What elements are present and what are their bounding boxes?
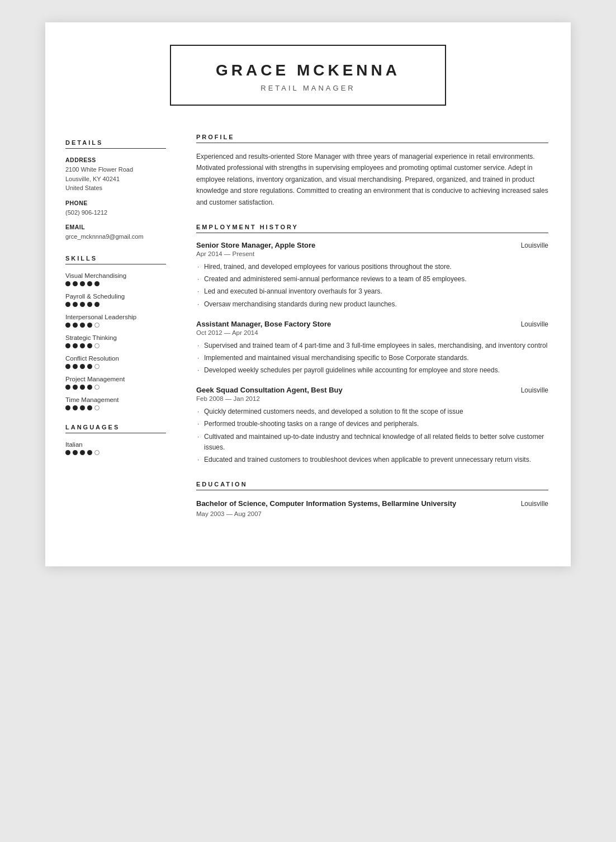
dot-empty: [94, 385, 99, 390]
dot-filled: [87, 450, 92, 455]
skill-item: Interpersonal Leadership: [65, 314, 166, 328]
list-item: Performed trouble-shooting tasks on a ra…: [196, 419, 548, 429]
list-item: Implemented and maintained visual mercha…: [196, 353, 548, 363]
job-item: Senior Store Manager, Apple Store Louisv…: [196, 241, 548, 310]
header-box: GRACE MCKENNA RETAIL MANAGER: [170, 45, 446, 106]
edu-title: Bachelor of Science, Computer Informatio…: [196, 498, 456, 509]
dot-filled: [87, 405, 92, 410]
skill-item: Conflict Resolution: [65, 355, 166, 369]
header-wrapper: GRACE MCKENNA RETAIL MANAGER: [45, 22, 571, 122]
employment-section: EMPLOYMENT HISTORY Senior Store Manager,…: [196, 224, 548, 465]
dot-filled: [65, 405, 70, 410]
job-title: Senior Store Manager, Apple Store: [196, 241, 315, 249]
education-section: EDUCATION Bachelor of Science, Computer …: [196, 481, 548, 517]
job-title: Geek Squad Consultation Agent, Best Buy: [196, 386, 343, 394]
dot-filled: [80, 364, 85, 369]
candidate-title: RETAIL MANAGER: [216, 84, 400, 92]
list-item: Educated and trained customers to troubl…: [196, 455, 548, 465]
job-bullets: Supervised and trained team of 4 part-ti…: [196, 340, 548, 376]
job-title: Assistant Manager, Bose Factory Store: [196, 320, 331, 328]
dot-filled: [80, 343, 85, 348]
dot-empty: [94, 343, 99, 348]
skill-item: Project Management: [65, 376, 166, 390]
edu-dates: May 2003 — Aug 2007: [196, 510, 548, 517]
dot-filled: [80, 323, 85, 328]
dot-filled: [65, 323, 70, 328]
dot-filled: [73, 281, 78, 286]
job-dates: Feb 2008 — Jan 2012: [196, 395, 548, 402]
dot-empty: [94, 405, 99, 410]
list-item: Led and executed bi-annual inventory ove…: [196, 286, 548, 297]
address-value: 2100 White Flower Road Lousville, KY 402…: [65, 165, 166, 193]
job-bullets: Hired, trained, and developed employees …: [196, 262, 548, 310]
education-list: Bachelor of Science, Computer Informatio…: [196, 498, 548, 517]
skill-name: Project Management: [65, 376, 166, 382]
phone-value: (502) 906-1212: [65, 208, 166, 217]
dot-filled: [80, 281, 85, 286]
languages-list: Italian: [65, 441, 166, 455]
skill-name: Interpersonal Leadership: [65, 314, 166, 320]
body-wrapper: DETAILS ADDRESS 2100 White Flower Road L…: [45, 122, 571, 566]
job-location: Louisville: [521, 320, 548, 328]
list-item: Created and administered semi-annual per…: [196, 274, 548, 285]
list-item: Developed weekly schedules per payroll g…: [196, 365, 548, 376]
profile-text: Experienced and results-oriented Store M…: [196, 151, 548, 208]
list-item: Quickly determined customers needs, and …: [196, 406, 548, 417]
job-header: Geek Squad Consultation Agent, Best Buy …: [196, 386, 548, 394]
skills-title: SKILLS: [65, 255, 166, 264]
skill-name: Time Management: [65, 396, 166, 403]
job-location: Louisville: [521, 386, 548, 394]
dot-filled: [80, 405, 85, 410]
skill-name: Strategic Thinking: [65, 334, 166, 341]
dot-filled: [87, 302, 92, 307]
languages-section: LANGUAGES Italian: [65, 424, 166, 455]
dot-filled: [87, 385, 92, 390]
edu-location: Louisville: [521, 500, 548, 508]
main-content: PROFILE Experienced and results-oriented…: [179, 128, 571, 544]
edu-header: Bachelor of Science, Computer Informatio…: [196, 498, 548, 509]
list-item: Cultivated and maintained up-to-date ind…: [196, 432, 548, 453]
profile-title: PROFILE: [196, 134, 548, 143]
job-item: Assistant Manager, Bose Factory Store Lo…: [196, 320, 548, 376]
email-value: grce_mcknnna9@gmail.com: [65, 232, 166, 242]
dot-filled: [87, 343, 92, 348]
dot-filled: [73, 302, 78, 307]
skills-list: Visual Merchandising Payroll & Schedulin…: [65, 272, 166, 410]
skill-item: Strategic Thinking: [65, 334, 166, 348]
dot-empty: [94, 450, 99, 455]
language-item: Italian: [65, 441, 166, 455]
job-dates: Apr 2014 — Present: [196, 250, 548, 257]
job-bullets: Quickly determined customers needs, and …: [196, 406, 548, 465]
dot-filled: [94, 281, 99, 286]
dot-filled: [65, 364, 70, 369]
address-label: ADDRESS: [65, 157, 166, 163]
job-header: Assistant Manager, Bose Factory Store Lo…: [196, 320, 548, 328]
dot-filled: [73, 323, 78, 328]
list-item: Supervised and trained team of 4 part-ti…: [196, 340, 548, 351]
dot-filled: [73, 405, 78, 410]
dot-filled: [94, 302, 99, 307]
skill-name: Conflict Resolution: [65, 355, 166, 362]
dot-filled: [65, 385, 70, 390]
dot-filled: [87, 281, 92, 286]
dot-filled: [80, 385, 85, 390]
email-label: EMAIL: [65, 224, 166, 230]
dot-filled: [80, 302, 85, 307]
skill-name: Payroll & Scheduling: [65, 293, 166, 300]
dot-filled: [65, 281, 70, 286]
dot-filled: [87, 364, 92, 369]
sidebar: DETAILS ADDRESS 2100 White Flower Road L…: [45, 128, 179, 544]
dot-filled: [73, 385, 78, 390]
dot-filled: [65, 343, 70, 348]
employment-title: EMPLOYMENT HISTORY: [196, 224, 548, 233]
skill-item: Visual Merchandising: [65, 272, 166, 286]
dot-filled: [87, 323, 92, 328]
dot-filled: [65, 450, 70, 455]
language-name: Italian: [65, 441, 166, 448]
dot-filled: [73, 364, 78, 369]
phone-label: PHONE: [65, 200, 166, 206]
job-item: Geek Squad Consultation Agent, Best Buy …: [196, 386, 548, 465]
education-title: EDUCATION: [196, 481, 548, 490]
dot-filled: [73, 343, 78, 348]
details-title: DETAILS: [65, 139, 166, 149]
